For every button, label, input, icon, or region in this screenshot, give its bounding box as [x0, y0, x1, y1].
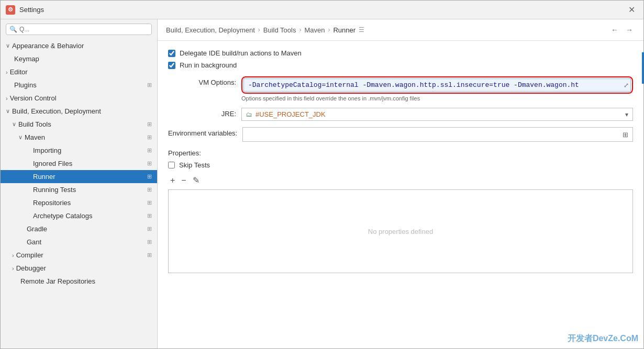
sidebar-item-compiler[interactable]: ›Compiler⊞ — [1, 249, 157, 262]
search-input[interactable] — [19, 26, 148, 33]
sidebar: 🔍 ∨Appearance & BehaviorKeymap›EditorPlu… — [1, 19, 158, 348]
main-content: 🔍 ∨Appearance & BehaviorKeymap›EditorPlu… — [1, 19, 643, 348]
no-properties-text: No properties defined — [368, 228, 433, 235]
expand-arrow-appearance: ∨ — [6, 42, 10, 49]
sidebar-item-repositories[interactable]: Repositories⊞ — [1, 196, 157, 209]
sidebar-item-version-control[interactable]: ›Version Control — [1, 92, 157, 105]
sidebar-label-debugger: Debugger — [16, 264, 46, 272]
skip-tests-row: Skip Tests — [168, 161, 633, 169]
expand-arrow-debugger: › — [12, 265, 14, 272]
settings-icon-gradle: ⊞ — [147, 226, 152, 232]
breadcrumb-nav: ← → — [609, 25, 635, 35]
window-title: Settings — [19, 6, 625, 14]
sidebar-label-maven: Maven — [25, 133, 45, 141]
sidebar-label-importing: Importing — [33, 147, 61, 154]
jre-label: JRE: — [168, 108, 236, 118]
bc-sep-1: › — [258, 26, 260, 33]
bc-sep-2: › — [299, 26, 301, 33]
run-bg-checkbox[interactable] — [168, 62, 175, 69]
properties-toolbar: + − ✎ — [168, 174, 633, 186]
sidebar-label-plugins: Plugins — [14, 81, 37, 89]
sidebar-label-editor: Editor — [10, 68, 28, 76]
settings-icon-plugins: ⊞ — [147, 82, 152, 88]
sidebar-label-runner: Runner — [33, 173, 55, 181]
properties-label: Properties: — [168, 149, 633, 157]
bc-sep-3: › — [328, 26, 330, 33]
jre-value: #USE_PROJECT_JDK — [256, 110, 625, 118]
sidebar-label-appearance: Appearance & Behavior — [12, 42, 84, 50]
settings-icon-repositories: ⊞ — [147, 199, 152, 206]
sidebar-item-archetype-catalogs[interactable]: Archetype Catalogs⊞ — [1, 209, 157, 222]
sidebar-item-keymap[interactable]: Keymap — [1, 52, 157, 65]
expand-arrow-editor: › — [6, 69, 8, 75]
sidebar-label-keymap: Keymap — [14, 55, 39, 63]
right-panel: Build, Execution, Deployment › Build Too… — [158, 19, 643, 348]
breadcrumb-item-1: Build, Execution, Deployment — [166, 26, 255, 34]
vm-expand-button[interactable]: ⤢ — [624, 82, 629, 89]
sidebar-label-archetype-catalogs: Archetype Catalogs — [33, 212, 92, 220]
sidebar-item-editor[interactable]: ›Editor — [1, 65, 157, 78]
sidebar-item-runner[interactable]: Runner⊞ — [1, 170, 157, 183]
remove-property-button[interactable]: − — [179, 174, 188, 186]
delegate-checkbox-row: Delegate IDE build/run actions to Maven — [168, 49, 633, 57]
close-button[interactable]: ✕ — [625, 4, 638, 16]
settings-icon-gant: ⊞ — [147, 239, 152, 245]
settings-icon-importing: ⊞ — [147, 147, 152, 154]
sidebar-item-gradle[interactable]: Gradle⊞ — [1, 222, 157, 235]
nav-back-button[interactable]: ← — [609, 25, 620, 35]
accent-border — [642, 52, 643, 84]
sidebar-item-maven[interactable]: ∨Maven⊞ — [1, 131, 157, 144]
jre-icon: 🗂 — [246, 111, 252, 118]
settings-icon-running-tests: ⊞ — [147, 186, 152, 193]
expand-arrow-maven: ∨ — [18, 134, 23, 141]
jre-field: 🗂 #USE_PROJECT_JDK ▾ — [241, 108, 633, 121]
app-icon: ⚙ — [6, 5, 15, 15]
nav-list: ∨Appearance & BehaviorKeymap›EditorPlugi… — [1, 39, 157, 288]
sidebar-item-build-exec-deploy[interactable]: ∨Build, Execution, Deployment — [1, 105, 157, 118]
sidebar-item-gant[interactable]: Gant⊞ — [1, 235, 157, 249]
edit-property-button[interactable]: ✎ — [191, 174, 202, 186]
nav-forward-button[interactable]: → — [624, 25, 635, 35]
vm-options-hint: Options specified in this field override… — [241, 95, 633, 102]
skip-tests-checkbox[interactable] — [168, 162, 175, 168]
watermark: 开发者DevZe.CoM — [568, 333, 638, 344]
env-vars-input-wrapper[interactable]: ⊞ — [242, 127, 633, 142]
sidebar-item-running-tests[interactable]: Running Tests⊞ — [1, 183, 157, 196]
sidebar-label-compiler: Compiler — [16, 251, 43, 259]
content-area: Delegate IDE build/run actions to Maven … — [158, 41, 643, 348]
breadcrumb-bar: Build, Execution, Deployment › Build Too… — [158, 19, 643, 41]
env-edit-button[interactable]: ⊞ — [623, 131, 628, 139]
vm-options-row: VM Options: ⤢ Options specified in this … — [168, 76, 633, 102]
run-bg-label: Run in background — [180, 61, 237, 69]
titlebar: ⚙ Settings ✕ — [1, 1, 643, 19]
sidebar-item-build-tools[interactable]: ∨Build Tools⊞ — [1, 118, 157, 131]
search-box[interactable]: 🔍 — [6, 24, 152, 35]
sidebar-item-debugger[interactable]: ›Debugger — [1, 262, 157, 275]
sidebar-item-plugins[interactable]: Plugins⊞ — [1, 78, 157, 92]
sidebar-label-ignored-files: Ignored Files — [33, 160, 72, 167]
settings-icon-ignored-files: ⊞ — [147, 160, 152, 167]
properties-section: Properties: Skip Tests + − ✎ No prop — [168, 149, 633, 273]
sidebar-item-ignored-files[interactable]: Ignored Files⊞ — [1, 157, 157, 170]
expand-arrow-compiler: › — [12, 252, 14, 258]
skip-tests-label: Skip Tests — [179, 161, 210, 169]
sidebar-item-importing[interactable]: Importing⊞ — [1, 144, 157, 157]
search-icon: 🔍 — [9, 26, 17, 33]
delegate-label: Delegate IDE build/run actions to Maven — [180, 49, 302, 57]
settings-icon-build-tools: ⊞ — [147, 121, 152, 128]
sidebar-item-remote-jar[interactable]: Remote Jar Repositories — [1, 275, 157, 288]
breadcrumb-item-3: Maven — [304, 26, 325, 34]
env-vars-row: Environment variables: ⊞ — [168, 127, 633, 142]
env-label: Environment variables: — [168, 127, 237, 137]
sidebar-label-remote-jar: Remote Jar Repositories — [20, 277, 95, 285]
sidebar-label-gradle: Gradle — [27, 225, 47, 233]
delegate-checkbox[interactable] — [168, 50, 175, 57]
sidebar-label-running-tests: Running Tests — [33, 186, 76, 194]
vm-options-input[interactable] — [243, 78, 631, 92]
add-property-button[interactable]: + — [168, 174, 177, 186]
settings-icon-maven: ⊞ — [147, 134, 152, 141]
sidebar-item-appearance[interactable]: ∨Appearance & Behavior — [1, 39, 157, 52]
settings-icon-compiler: ⊞ — [147, 252, 152, 258]
jre-select[interactable]: 🗂 #USE_PROJECT_JDK ▾ — [241, 108, 633, 121]
expand-arrow-version-control: › — [6, 95, 8, 102]
